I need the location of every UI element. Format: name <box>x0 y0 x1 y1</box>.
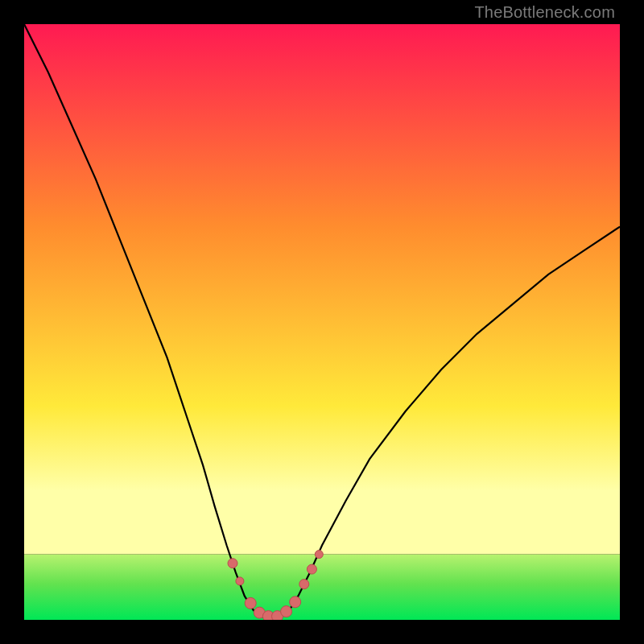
outer-frame: TheBottleneck.com <box>0 0 644 644</box>
optimal-band <box>24 555 620 620</box>
bottleneck-chart <box>24 24 620 620</box>
data-marker <box>315 551 323 559</box>
data-marker <box>307 564 316 574</box>
data-marker <box>228 559 237 568</box>
data-marker <box>245 597 256 609</box>
data-marker <box>236 577 244 585</box>
data-marker <box>281 606 292 617</box>
data-marker <box>290 597 301 608</box>
data-marker <box>299 580 309 589</box>
plot-area <box>24 24 620 620</box>
attribution-text: TheBottleneck.com <box>474 3 615 22</box>
